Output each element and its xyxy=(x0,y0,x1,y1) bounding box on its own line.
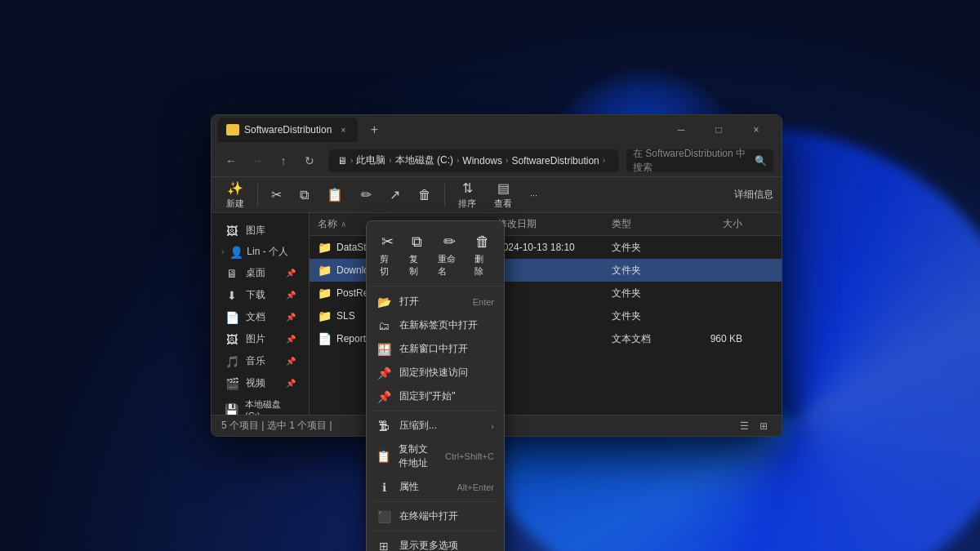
file-date: 2024-10-13 18:10 xyxy=(489,242,604,253)
sidebar-item-desktop[interactable]: 🖥 桌面 📌 xyxy=(215,262,305,284)
ctx-copy-button[interactable]: ⧉ 复制 xyxy=(403,230,432,281)
shortcut-label: Enter xyxy=(473,297,494,307)
pictures-icon: 🖼 xyxy=(225,333,239,346)
list-view-button[interactable]: ☰ xyxy=(736,418,752,434)
ctx-item-icon: 🪟 xyxy=(376,343,391,356)
sidebar-item-videos[interactable]: 🎬 视频 📌 xyxy=(215,372,305,394)
sort-button[interactable]: ⇅ 排序 xyxy=(452,177,483,213)
ctx-item-label: 压缩到... xyxy=(399,419,437,433)
ctx-cut-label: 剪切 xyxy=(380,253,396,278)
ctx-item-label: 在新窗口中打开 xyxy=(399,342,468,356)
sidebar-item-downloads[interactable]: ⬇ 下载 📌 xyxy=(215,284,305,306)
ctx-item-label: 复制文件地址 xyxy=(399,442,437,470)
file-type: 文件夹 xyxy=(604,241,685,255)
view-button[interactable]: ▤ 查看 xyxy=(488,177,519,213)
sidebar-item-pictures[interactable]: 🖼 图片 📌 xyxy=(215,328,305,350)
paste-button[interactable]: 📋 xyxy=(320,184,350,206)
file-type: 文件夹 xyxy=(604,309,685,323)
ctx-menu-item[interactable]: 📌 固定到"开始" xyxy=(367,384,504,408)
ctx-menu-item[interactable]: 🗂 在新标签页中打开 xyxy=(367,313,504,337)
ctx-menu-item[interactable]: ℹ 属性 Alt+Enter xyxy=(367,475,504,499)
maximize-button[interactable]: □ xyxy=(700,115,737,144)
documents-icon: 📄 xyxy=(225,311,239,324)
window-tab[interactable]: SoftwareDistribution × xyxy=(218,118,358,142)
sidebar-item-gallery[interactable]: 🖼 图库 xyxy=(215,220,305,242)
grid-view-button[interactable]: ⊞ xyxy=(755,418,772,434)
ctx-item-label: 属性 xyxy=(399,480,419,494)
search-box[interactable]: 在 SoftwareDistribution 中搜索 🔍 xyxy=(626,149,773,172)
view-buttons: ☰ ⊞ xyxy=(736,418,772,434)
ctx-menu-item[interactable]: 🪟 在新窗口中打开 xyxy=(367,337,504,361)
copy-icon: ⧉ xyxy=(412,233,422,251)
videos-icon: 🎬 xyxy=(225,377,239,390)
music-icon: 🎵 xyxy=(225,355,239,368)
col-header-type[interactable]: 类型 xyxy=(604,217,685,231)
context-menu: ✂ 剪切 ⧉ 复制 ✏ 重命名 🗑 删除 📂 打开 Enter 🗂 在新标签页中… xyxy=(366,220,505,551)
sidebar-label-pictures: 图片 xyxy=(246,332,265,346)
close-button[interactable]: × xyxy=(737,115,775,144)
ctx-item-label: 打开 xyxy=(399,295,419,309)
ctx-menu-item[interactable]: 📌 固定到快速访问 xyxy=(367,361,504,384)
sidebar-item-c-drive[interactable]: 💾 本地磁盘 (C:) xyxy=(215,394,305,415)
context-menu-top-bar: ✂ 剪切 ⧉ 复制 ✏ 重命名 🗑 删除 xyxy=(367,224,504,287)
cut-button[interactable]: ✂ xyxy=(265,184,288,206)
ctx-menu-item[interactable]: 🗜 压缩到... › xyxy=(367,414,504,438)
sidebar-label-personal: Lin - 个人 xyxy=(247,245,288,259)
back-button[interactable]: ← xyxy=(220,149,243,172)
ctx-menu-item[interactable]: ⊞ 显示更多选项 xyxy=(367,534,504,551)
col-header-date[interactable]: 修改日期 xyxy=(489,217,604,231)
ctx-menu-item[interactable]: 📂 打开 Enter xyxy=(367,290,504,313)
address-segment-windows: Windows xyxy=(462,155,502,167)
ctx-item-icon: 📂 xyxy=(376,295,391,309)
file-name: SLS xyxy=(336,310,355,322)
tab-close-button[interactable]: × xyxy=(336,123,350,136)
address-segment-c: 本地磁盘 (C:) xyxy=(395,153,453,167)
copy-button[interactable]: ⧉ xyxy=(293,184,315,206)
title-bar-left: SoftwareDistribution × + xyxy=(218,118,385,142)
rename-button[interactable]: ✏ xyxy=(354,184,378,206)
delete-button[interactable]: 🗑 xyxy=(412,184,438,206)
detail-info-button[interactable]: 详细信息 xyxy=(734,188,773,202)
refresh-button[interactable]: ↻ xyxy=(298,149,321,172)
ctx-item-icon: 📋 xyxy=(376,450,390,463)
sidebar-section-personal[interactable]: › 👤 Lin - 个人 xyxy=(212,242,309,262)
ctx-menu-item[interactable]: ⬛ 在终端中打开 xyxy=(367,504,504,528)
ctx-separator xyxy=(373,531,497,531)
up-button[interactable]: ↑ xyxy=(272,149,295,172)
sidebar-item-music[interactable]: 🎵 音乐 📌 xyxy=(215,350,305,372)
ribbon: ✨ 新建 ✂ ⧉ 📋 ✏ ↗ 🗑 ⇅ 排序 ▤ 查看 xyxy=(212,177,782,213)
share-button[interactable]: ↗ xyxy=(383,184,407,206)
address-bar[interactable]: 🖥 › 此电脑 › 本地磁盘 (C:) › Windows › Software… xyxy=(329,149,618,172)
ctx-delete-button[interactable]: 🗑 删除 xyxy=(468,230,497,281)
file-icon: 📄 xyxy=(318,332,332,345)
ctx-item-icon: ⊞ xyxy=(376,540,391,552)
rename-icon: ✏ xyxy=(443,233,456,251)
sidebar-item-documents[interactable]: 📄 文档 📌 xyxy=(215,306,305,328)
folder-icon: 📁 xyxy=(318,287,332,300)
more-label: ··· xyxy=(530,190,537,200)
sidebar-label-c-drive: 本地磁盘 (C:) xyxy=(245,398,296,415)
ctx-item-label: 固定到"开始" xyxy=(399,389,456,403)
forward-button[interactable]: → xyxy=(246,149,269,172)
cut-icon: ✂ xyxy=(381,233,394,251)
ribbon-divider-2 xyxy=(444,184,445,207)
file-type: 文件夹 xyxy=(604,264,685,278)
ctx-rename-label: 重命名 xyxy=(438,253,461,278)
ctx-separator xyxy=(373,411,497,411)
ctx-rename-button[interactable]: ✏ 重命名 xyxy=(431,229,468,281)
ctx-item-icon: 📌 xyxy=(376,390,391,403)
window-controls: ─ □ × xyxy=(662,115,775,144)
sidebar: 🖼 图库 › 👤 Lin - 个人 🖥 桌面 📌 ⬇ 下载 📌 📄 文档 xyxy=(212,213,310,415)
col-header-size[interactable]: 大小 xyxy=(685,217,751,231)
status-text: 5 个项目 | 选中 1 个项目 | xyxy=(221,419,332,433)
ctx-menu-item[interactable]: 📋 复制文件地址 Ctrl+Shift+C xyxy=(367,438,504,475)
downloads-icon: ⬇ xyxy=(225,289,239,302)
minimize-button[interactable]: ─ xyxy=(662,115,700,144)
more-button[interactable]: ··· xyxy=(523,187,544,203)
sidebar-label-desktop: 桌面 xyxy=(246,266,265,280)
sidebar-label-documents: 文档 xyxy=(246,310,265,324)
address-segment-sd: SoftwareDistribution xyxy=(511,155,599,167)
new-button[interactable]: ✨ 新建 xyxy=(220,177,251,213)
new-tab-button[interactable]: + xyxy=(363,118,385,141)
ctx-cut-button[interactable]: ✂ 剪切 xyxy=(373,229,403,281)
